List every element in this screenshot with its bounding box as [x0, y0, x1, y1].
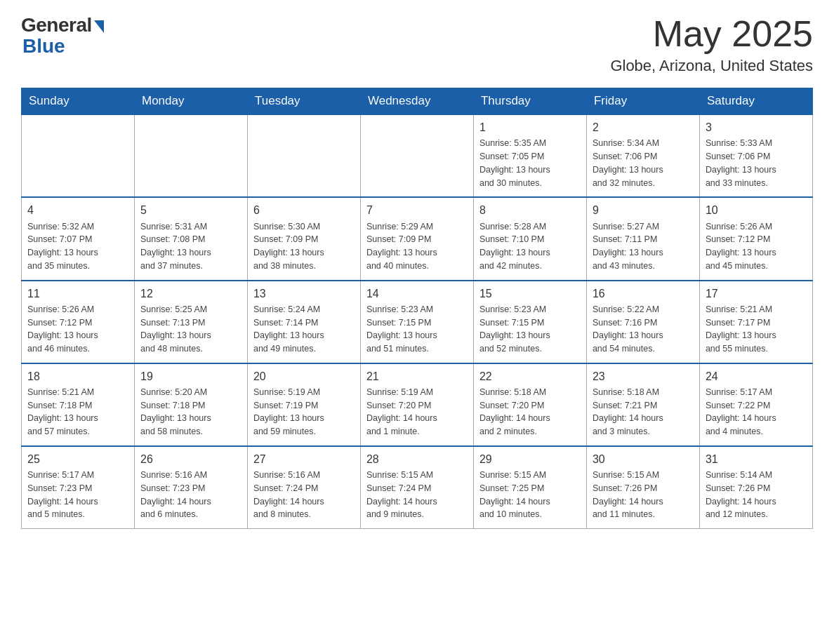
calendar-cell	[247, 114, 360, 197]
calendar-cell: 1Sunrise: 5:35 AM Sunset: 7:05 PM Daylig…	[473, 114, 586, 197]
day-number: 23	[593, 368, 694, 384]
logo: General Blue	[21, 14, 104, 58]
day-info: Sunrise: 5:17 AM Sunset: 7:22 PM Dayligh…	[706, 386, 807, 438]
day-info: Sunrise: 5:25 AM Sunset: 7:13 PM Dayligh…	[140, 303, 241, 356]
day-info: Sunrise: 5:16 AM Sunset: 7:24 PM Dayligh…	[253, 469, 355, 521]
day-number: 3	[706, 119, 807, 135]
calendar-header-monday: Monday	[134, 88, 247, 115]
day-number: 12	[140, 286, 241, 302]
day-info: Sunrise: 5:34 AM Sunset: 7:06 PM Dayligh…	[593, 137, 694, 189]
day-number: 6	[253, 202, 355, 218]
day-info: Sunrise: 5:24 AM Sunset: 7:14 PM Dayligh…	[253, 303, 355, 356]
day-number: 21	[366, 368, 468, 384]
day-number: 18	[27, 368, 128, 384]
day-info: Sunrise: 5:26 AM Sunset: 7:12 PM Dayligh…	[706, 220, 807, 273]
location-subtitle: Globe, Arizona, United States	[610, 57, 813, 75]
calendar-header-saturday: Saturday	[699, 88, 812, 115]
day-info: Sunrise: 5:16 AM Sunset: 7:23 PM Dayligh…	[140, 469, 241, 521]
calendar-header-wednesday: Wednesday	[360, 88, 473, 115]
day-number: 29	[479, 451, 581, 467]
calendar-cell: 4Sunrise: 5:32 AM Sunset: 7:07 PM Daylig…	[22, 197, 135, 280]
calendar-header-friday: Friday	[586, 88, 699, 115]
day-number: 13	[253, 286, 355, 302]
day-info: Sunrise: 5:23 AM Sunset: 7:15 PM Dayligh…	[479, 303, 581, 356]
calendar-cell	[22, 114, 135, 197]
calendar-cell: 16Sunrise: 5:22 AM Sunset: 7:16 PM Dayli…	[586, 281, 699, 363]
day-info: Sunrise: 5:23 AM Sunset: 7:15 PM Dayligh…	[366, 303, 468, 356]
calendar-cell: 30Sunrise: 5:15 AM Sunset: 7:26 PM Dayli…	[586, 446, 699, 529]
day-number: 4	[27, 202, 128, 218]
calendar-cell: 14Sunrise: 5:23 AM Sunset: 7:15 PM Dayli…	[360, 281, 473, 363]
calendar-cell: 12Sunrise: 5:25 AM Sunset: 7:13 PM Dayli…	[134, 281, 247, 363]
calendar-cell: 15Sunrise: 5:23 AM Sunset: 7:15 PM Dayli…	[473, 281, 586, 363]
calendar-cell: 26Sunrise: 5:16 AM Sunset: 7:23 PM Dayli…	[134, 446, 247, 529]
calendar-cell: 27Sunrise: 5:16 AM Sunset: 7:24 PM Dayli…	[247, 446, 360, 529]
calendar-cell	[360, 114, 473, 197]
day-info: Sunrise: 5:20 AM Sunset: 7:18 PM Dayligh…	[140, 386, 241, 438]
day-info: Sunrise: 5:19 AM Sunset: 7:19 PM Dayligh…	[253, 386, 355, 438]
day-info: Sunrise: 5:31 AM Sunset: 7:08 PM Dayligh…	[140, 220, 241, 273]
calendar-table: SundayMondayTuesdayWednesdayThursdayFrid…	[21, 88, 813, 529]
day-info: Sunrise: 5:17 AM Sunset: 7:23 PM Dayligh…	[27, 469, 128, 521]
day-info: Sunrise: 5:33 AM Sunset: 7:06 PM Dayligh…	[706, 137, 807, 189]
day-info: Sunrise: 5:21 AM Sunset: 7:18 PM Dayligh…	[27, 386, 128, 438]
calendar-cell: 7Sunrise: 5:29 AM Sunset: 7:09 PM Daylig…	[360, 197, 473, 280]
calendar-header-row: SundayMondayTuesdayWednesdayThursdayFrid…	[22, 88, 813, 115]
week-row-4: 18Sunrise: 5:21 AM Sunset: 7:18 PM Dayli…	[22, 363, 813, 446]
week-row-5: 25Sunrise: 5:17 AM Sunset: 7:23 PM Dayli…	[22, 446, 813, 529]
day-number: 7	[366, 202, 468, 218]
day-info: Sunrise: 5:26 AM Sunset: 7:12 PM Dayligh…	[27, 303, 128, 356]
day-number: 31	[706, 451, 807, 467]
day-number: 5	[140, 202, 241, 218]
day-info: Sunrise: 5:14 AM Sunset: 7:26 PM Dayligh…	[706, 469, 807, 521]
day-number: 1	[479, 119, 581, 135]
week-row-2: 4Sunrise: 5:32 AM Sunset: 7:07 PM Daylig…	[22, 197, 813, 280]
day-info: Sunrise: 5:18 AM Sunset: 7:21 PM Dayligh…	[593, 386, 694, 438]
calendar-cell	[134, 114, 247, 197]
calendar-cell: 31Sunrise: 5:14 AM Sunset: 7:26 PM Dayli…	[699, 446, 812, 529]
day-info: Sunrise: 5:22 AM Sunset: 7:16 PM Dayligh…	[593, 303, 694, 356]
calendar-cell: 18Sunrise: 5:21 AM Sunset: 7:18 PM Dayli…	[22, 363, 135, 446]
day-number: 24	[706, 368, 807, 384]
calendar-cell: 21Sunrise: 5:19 AM Sunset: 7:20 PM Dayli…	[360, 363, 473, 446]
day-number: 26	[140, 451, 241, 467]
day-number: 19	[140, 368, 241, 384]
calendar-cell: 28Sunrise: 5:15 AM Sunset: 7:24 PM Dayli…	[360, 446, 473, 529]
day-info: Sunrise: 5:19 AM Sunset: 7:20 PM Dayligh…	[366, 386, 468, 438]
day-info: Sunrise: 5:15 AM Sunset: 7:24 PM Dayligh…	[366, 469, 468, 521]
calendar-cell: 17Sunrise: 5:21 AM Sunset: 7:17 PM Dayli…	[699, 281, 812, 363]
calendar-cell: 6Sunrise: 5:30 AM Sunset: 7:09 PM Daylig…	[247, 197, 360, 280]
calendar-cell: 10Sunrise: 5:26 AM Sunset: 7:12 PM Dayli…	[699, 197, 812, 280]
calendar-header-tuesday: Tuesday	[247, 88, 360, 115]
week-row-3: 11Sunrise: 5:26 AM Sunset: 7:12 PM Dayli…	[22, 281, 813, 363]
day-number: 28	[366, 451, 468, 467]
calendar-cell: 25Sunrise: 5:17 AM Sunset: 7:23 PM Dayli…	[22, 446, 135, 529]
day-number: 14	[366, 286, 468, 302]
day-info: Sunrise: 5:28 AM Sunset: 7:10 PM Dayligh…	[479, 220, 581, 273]
day-number: 2	[593, 119, 694, 135]
day-number: 9	[593, 202, 694, 218]
day-info: Sunrise: 5:30 AM Sunset: 7:09 PM Dayligh…	[253, 220, 355, 273]
calendar-cell: 29Sunrise: 5:15 AM Sunset: 7:25 PM Dayli…	[473, 446, 586, 529]
calendar-cell: 19Sunrise: 5:20 AM Sunset: 7:18 PM Dayli…	[134, 363, 247, 446]
calendar-cell: 3Sunrise: 5:33 AM Sunset: 7:06 PM Daylig…	[699, 114, 812, 197]
day-info: Sunrise: 5:21 AM Sunset: 7:17 PM Dayligh…	[706, 303, 807, 356]
day-number: 15	[479, 286, 581, 302]
calendar-cell: 13Sunrise: 5:24 AM Sunset: 7:14 PM Dayli…	[247, 281, 360, 363]
calendar-cell: 5Sunrise: 5:31 AM Sunset: 7:08 PM Daylig…	[134, 197, 247, 280]
day-number: 10	[706, 202, 807, 218]
calendar-cell: 20Sunrise: 5:19 AM Sunset: 7:19 PM Dayli…	[247, 363, 360, 446]
calendar-cell: 22Sunrise: 5:18 AM Sunset: 7:20 PM Dayli…	[473, 363, 586, 446]
day-number: 30	[593, 451, 694, 467]
calendar-cell: 23Sunrise: 5:18 AM Sunset: 7:21 PM Dayli…	[586, 363, 699, 446]
week-row-1: 1Sunrise: 5:35 AM Sunset: 7:05 PM Daylig…	[22, 114, 813, 197]
calendar-header-thursday: Thursday	[473, 88, 586, 115]
day-number: 20	[253, 368, 355, 384]
month-year-title: May 2025	[610, 14, 813, 54]
day-number: 11	[27, 286, 128, 302]
calendar-cell: 9Sunrise: 5:27 AM Sunset: 7:11 PM Daylig…	[586, 197, 699, 280]
day-info: Sunrise: 5:32 AM Sunset: 7:07 PM Dayligh…	[27, 220, 128, 273]
day-number: 25	[27, 451, 128, 467]
day-info: Sunrise: 5:15 AM Sunset: 7:26 PM Dayligh…	[593, 469, 694, 521]
page-header: General Blue May 2025 Globe, Arizona, Un…	[21, 14, 813, 75]
